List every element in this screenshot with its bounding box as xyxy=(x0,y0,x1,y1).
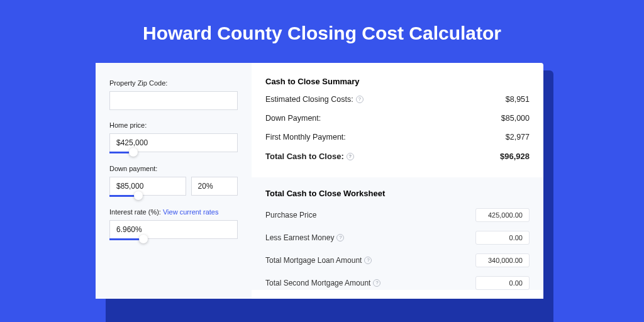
worksheet-row-second-mortgage: Total Second Mortgage Amount ? 0.00 xyxy=(265,276,530,290)
calculator-card: Property Zip Code: Home price: $425,000 … xyxy=(96,63,543,299)
worksheet-label: Purchase Price xyxy=(265,211,316,219)
down-payment-slider[interactable] xyxy=(109,195,138,197)
summary-label: Down Payment: xyxy=(265,114,321,123)
help-icon[interactable]: ? xyxy=(336,234,344,242)
summary-row-first-monthly: First Monthly Payment: $2,977 xyxy=(265,133,530,142)
worksheet-label: Less Earnest Money xyxy=(265,233,334,242)
home-price-slider[interactable] xyxy=(109,152,133,153)
summary-value: $2,977 xyxy=(506,133,530,142)
inputs-panel: Property Zip Code: Home price: $425,000 … xyxy=(96,63,252,299)
worksheet-value-input[interactable]: 340,000.00 xyxy=(475,253,530,267)
home-price-field: Home price: $425,000 xyxy=(109,121,238,153)
down-payment-slider-knob[interactable] xyxy=(134,191,143,200)
down-payment-label: Down payment: xyxy=(109,165,238,172)
interest-rate-label: Interest rate (%): View current rates xyxy=(109,208,238,216)
home-price-input[interactable]: $425,000 xyxy=(109,133,238,152)
down-payment-field: Down payment: $85,000 20% xyxy=(109,165,238,197)
summary-title: Cash to Close Summary xyxy=(265,77,530,86)
interest-rate-slider[interactable] xyxy=(109,238,143,240)
worksheet-value-input[interactable]: 0.00 xyxy=(475,276,530,290)
summary-value: $85,000 xyxy=(501,114,530,123)
zip-label: Property Zip Code: xyxy=(109,79,238,87)
worksheet-row-mortgage-amount: Total Mortgage Loan Amount ? 340,000.00 xyxy=(265,253,530,267)
help-icon[interactable]: ? xyxy=(364,257,372,264)
interest-rate-input[interactable]: 6.960% xyxy=(109,220,238,239)
summary-total-value: $96,928 xyxy=(500,152,530,161)
worksheet-title: Total Cash to Close Worksheet xyxy=(265,189,530,198)
worksheet-row-earnest-money: Less Earnest Money ? 0.00 xyxy=(265,231,530,245)
view-rates-link[interactable]: View current rates xyxy=(163,208,218,216)
worksheet-label: Total Second Mortgage Amount xyxy=(265,279,370,287)
summary-label: Estimated Closing Costs: xyxy=(265,95,353,104)
worksheet-row-purchase-price: Purchase Price 425,000.00 xyxy=(265,208,530,222)
results-panel: Cash to Close Summary Estimated Closing … xyxy=(252,63,543,299)
home-price-label: Home price: xyxy=(109,121,238,129)
zip-input[interactable] xyxy=(109,91,238,110)
worksheet-panel: Total Cash to Close Worksheet Purchase P… xyxy=(252,177,543,290)
zip-field: Property Zip Code: xyxy=(109,79,238,110)
help-icon[interactable]: ? xyxy=(373,279,380,287)
down-payment-amount-input[interactable]: $85,000 xyxy=(109,177,186,196)
worksheet-value-input[interactable]: 425,000.00 xyxy=(475,208,530,222)
home-price-slider-knob[interactable] xyxy=(129,148,138,157)
interest-rate-field: Interest rate (%): View current rates 6.… xyxy=(109,208,238,240)
summary-row-total: Total Cash to Close: ? $96,928 xyxy=(265,152,530,161)
summary-row-down-payment: Down Payment: $85,000 xyxy=(265,114,530,123)
summary-total-label: Total Cash to Close: xyxy=(265,152,344,161)
down-payment-pct-input[interactable]: 20% xyxy=(191,177,238,196)
summary-row-closing-costs: Estimated Closing Costs: ? $8,951 xyxy=(265,95,530,104)
page-title: Howard County Closing Cost Calculator xyxy=(0,0,644,58)
worksheet-label: Total Mortgage Loan Amount xyxy=(265,256,362,265)
interest-rate-slider-knob[interactable] xyxy=(139,235,148,243)
help-icon[interactable]: ? xyxy=(347,153,354,160)
interest-rate-label-text: Interest rate (%): xyxy=(109,208,163,216)
summary-label: First Monthly Payment: xyxy=(265,133,346,142)
worksheet-value-input[interactable]: 0.00 xyxy=(475,231,530,245)
summary-value: $8,951 xyxy=(506,95,530,104)
help-icon[interactable]: ? xyxy=(356,96,364,103)
